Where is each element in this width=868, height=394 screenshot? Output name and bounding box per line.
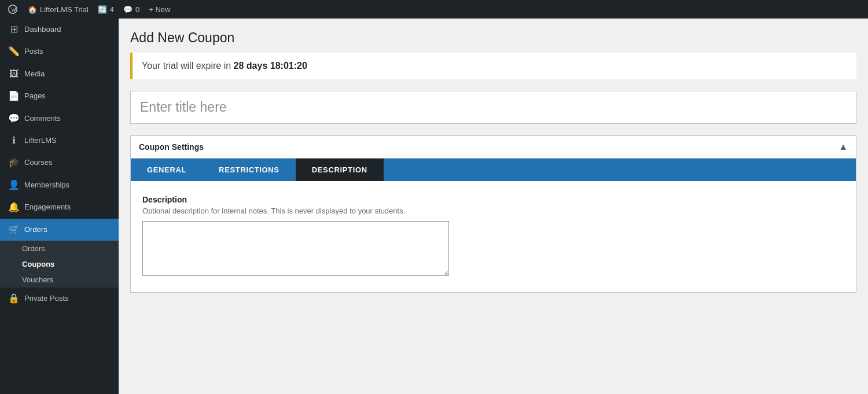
lifterlms-icon: ℹ xyxy=(8,134,20,147)
sidebar-item-posts[interactable]: ✏️ Posts xyxy=(0,40,119,62)
tab-restrictions[interactable]: RESTRICTIONS xyxy=(203,159,296,181)
coupon-settings-title: Coupon Settings xyxy=(139,142,204,152)
sidebar-item-orders[interactable]: 🛒 Orders xyxy=(0,219,119,241)
description-hint: Optional description for internal notes.… xyxy=(142,207,844,215)
title-input-wrap xyxy=(130,91,856,124)
sidebar-item-media[interactable]: 🖼 Media xyxy=(0,63,119,85)
title-input[interactable] xyxy=(131,91,856,123)
sidebar-sub-item-vouchers[interactable]: Vouchers xyxy=(0,272,119,288)
sidebar-item-lifterlms[interactable]: ℹ LifterLMS xyxy=(0,130,119,152)
description-label: Description xyxy=(142,195,844,204)
dashboard-icon: ⊞ xyxy=(8,23,20,36)
new-button[interactable]: + New xyxy=(149,5,170,14)
coupon-settings-header: Coupon Settings ▲ xyxy=(131,136,856,159)
description-textarea[interactable] xyxy=(142,221,449,276)
sidebar-item-engagements[interactable]: 🔔 Engagements xyxy=(0,196,119,218)
sidebar-item-memberships[interactable]: 👤 Memberships xyxy=(0,174,119,196)
sidebar-item-private-posts[interactable]: 🔒 Private Posts xyxy=(0,288,119,310)
courses-icon: 🎓 xyxy=(8,156,20,169)
orders-icon: 🛒 xyxy=(8,223,20,236)
sidebar-item-dashboard[interactable]: ⊞ Dashboard xyxy=(0,19,119,40)
home-icon: 🏠 xyxy=(28,5,37,14)
comments-icon: 💬 xyxy=(123,5,133,14)
site-name[interactable]: 🏠 LifterLMS Trial xyxy=(28,5,89,14)
engagements-icon: 🔔 xyxy=(8,201,20,213)
collapse-icon[interactable]: ▲ xyxy=(838,142,848,152)
updates-button[interactable]: 🔄 4 xyxy=(98,5,114,14)
sidebar: ⊞ Dashboard ✏️ Posts 🖼 Media 📄 Pages 💬 C… xyxy=(0,19,119,394)
app-layout: ⊞ Dashboard ✏️ Posts 🖼 Media 📄 Pages 💬 C… xyxy=(0,19,868,394)
updates-icon: 🔄 xyxy=(98,5,107,14)
trial-countdown: 28 days 18:01:20 xyxy=(234,61,307,71)
main-content: Add New Coupon Your trial will expire in… xyxy=(119,19,868,394)
page-title: Add New Coupon xyxy=(130,30,856,46)
content-inner: Add New Coupon Your trial will expire in… xyxy=(119,19,868,304)
media-icon: 🖼 xyxy=(8,68,20,80)
sidebar-item-pages[interactable]: 📄 Pages xyxy=(0,85,119,107)
trial-notice: Your trial will expire in 28 days 18:01:… xyxy=(130,53,856,79)
memberships-icon: 👤 xyxy=(8,179,20,192)
tabs-bar: GENERAL RESTRICTIONS DESCRIPTION xyxy=(131,159,856,181)
sidebar-sub-item-orders[interactable]: Orders xyxy=(0,241,119,256)
tab-general[interactable]: GENERAL xyxy=(131,159,203,181)
tab-description[interactable]: DESCRIPTION xyxy=(296,159,384,181)
sidebar-sub-item-coupons[interactable]: Coupons xyxy=(0,256,119,272)
comments-nav-icon: 💬 xyxy=(8,112,20,125)
posts-icon: ✏️ xyxy=(8,45,20,58)
sidebar-item-courses[interactable]: 🎓 Courses xyxy=(0,152,119,174)
coupon-settings-box: Coupon Settings ▲ GENERAL RESTRICTIONS D… xyxy=(130,135,856,293)
sidebar-orders-submenu: Orders Coupons Vouchers xyxy=(0,241,119,288)
pages-icon: 📄 xyxy=(8,90,20,102)
wp-logo[interactable] xyxy=(7,3,19,15)
admin-bar: 🏠 LifterLMS Trial 🔄 4 💬 0 + New xyxy=(0,0,868,19)
description-section: Description Optional description for int… xyxy=(131,181,856,292)
private-posts-icon: 🔒 xyxy=(8,292,20,305)
sidebar-item-comments[interactable]: 💬 Comments xyxy=(0,108,119,130)
comments-button[interactable]: 💬 0 xyxy=(123,5,139,14)
